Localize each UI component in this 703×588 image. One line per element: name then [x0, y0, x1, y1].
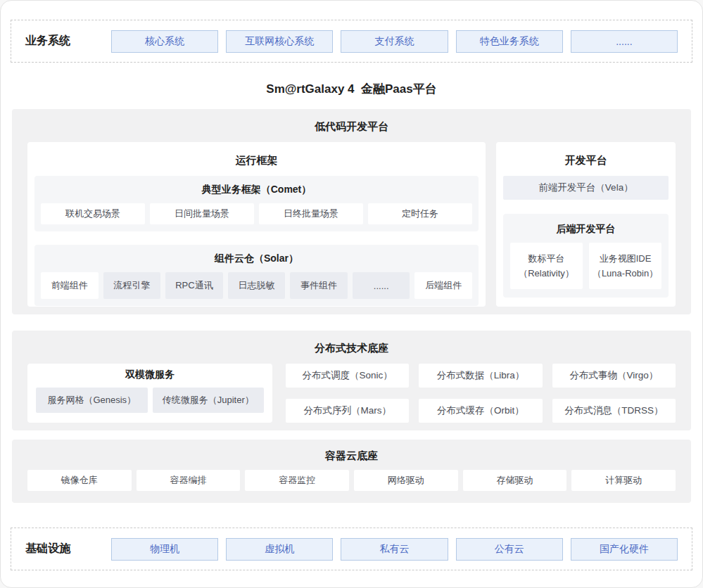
dual-mode-title: 双模微服务 [36, 369, 264, 381]
business-system-payment[interactable]: 支付系统 [341, 30, 448, 53]
compute-driver[interactable]: 计算驱动 [571, 470, 676, 491]
storage-driver[interactable]: 存储驱动 [463, 470, 567, 491]
luna-robin-business-view-ide[interactable]: 业务视图IDE （Luna-Robin） [589, 243, 661, 289]
diagram-frame: 业务系统 核心系统 互联网核心系统 支付系统 特色业务系统 ...... Sm@… [0, 0, 703, 588]
tdrss-distributed-message[interactable]: 分布式消息（TDRSS） [552, 399, 676, 423]
runtime-framework-title: 运行框架 [34, 154, 479, 167]
luna-robin-line1: 业务视图IDE [600, 251, 652, 266]
lowcode-title: 低代码开发平台 [27, 120, 676, 134]
solar-process-engine[interactable]: 流程引擎 [103, 272, 161, 299]
dual-mode-microservices-card: 双模微服务 服务网格（Genesis） 传统微服务（Jupiter） [27, 364, 272, 423]
dev-platform-card: 开发平台 前端开发平台（Vela） 后端开发平台 数标平台 （Relativit… [496, 142, 676, 307]
vela-frontend-dev-platform[interactable]: 前端开发平台（Vela） [503, 176, 669, 200]
comet-scheduled-task[interactable]: 定时任务 [368, 203, 472, 224]
solar-frontend-component[interactable]: 前端组件 [41, 272, 99, 299]
solar-event-component[interactable]: 事件组件 [290, 272, 348, 299]
libra-distributed-data[interactable]: 分布式数据（Libra） [419, 364, 542, 388]
container-monitoring[interactable]: 容器监控 [245, 470, 349, 491]
image-registry[interactable]: 镜像仓库 [27, 470, 132, 491]
dev-platform-title: 开发平台 [503, 154, 669, 167]
comet-endofday-batch[interactable]: 日终批量场景 [259, 203, 363, 224]
distributed-body: 双模微服务 服务网格（Genesis） 传统微服务（Jupiter） 分布式调度… [27, 364, 676, 423]
private-cloud[interactable]: 私有云 [341, 538, 448, 561]
comet-buttons: 联机交易场景 日间批量场景 日终批量场景 定时任务 [41, 203, 472, 224]
solar-card: 组件云仓（Solar） 前端组件 流程引擎 RPC通讯 日志脱敏 事件组件 ..… [34, 245, 479, 306]
solar-title: 组件云仓（Solar） [41, 253, 472, 265]
orbit-distributed-cache[interactable]: 分布式缓存（Orbit） [419, 399, 542, 423]
dual-mode-buttons: 服务网格（Genesis） 传统微服务（Jupiter） [36, 388, 264, 413]
distributed-title: 分布式技术底座 [27, 342, 676, 355]
mars-distributed-sequence[interactable]: 分布式序列（Mars） [286, 399, 409, 423]
network-driver[interactable]: 网络驱动 [354, 470, 458, 491]
business-system-core[interactable]: 核心系统 [111, 30, 218, 53]
public-cloud[interactable]: 公有云 [456, 538, 563, 561]
relativity-line1: 数标平台 [528, 251, 565, 266]
comet-card: 典型业务框架（Comet） 联机交易场景 日间批量场景 日终批量场景 定时任务 [34, 176, 479, 231]
top-spacer [1, 1, 702, 20]
container-orchestration[interactable]: 容器编排 [137, 470, 241, 491]
section-lowcode-platform: 低代码开发平台 运行框架 典型业务框架（Comet） 联机交易场景 日间批量场景… [12, 109, 691, 314]
genesis-service-mesh[interactable]: 服务网格（Genesis） [36, 388, 148, 413]
business-system-internet-core[interactable]: 互联网核心系统 [226, 30, 333, 53]
solar-buttons: 前端组件 流程引擎 RPC通讯 日志脱敏 事件组件 ...... 后端组件 [41, 272, 472, 299]
section-distributed-base: 分布式技术底座 双模微服务 服务网格（Genesis） 传统微服务（Jupite… [12, 331, 691, 430]
distributed-grid: 分布式调度（Sonic） 分布式数据（Libra） 分布式事物（Virgo） 分… [286, 364, 676, 423]
infrastructure-bar: 基础设施 物理机 虚拟机 私有云 公有云 国产化硬件 [11, 528, 692, 570]
physical-machine[interactable]: 物理机 [111, 538, 218, 561]
business-systems-label: 业务系统 [25, 34, 86, 49]
infrastructure-label: 基础设施 [25, 542, 86, 556]
comet-title: 典型业务框架（Comet） [41, 184, 472, 196]
solar-more[interactable]: ...... [353, 272, 410, 299]
domestic-hardware[interactable]: 国产化硬件 [571, 538, 678, 561]
container-title: 容器云底座 [27, 449, 676, 463]
lowcode-body: 运行框架 典型业务框架（Comet） 联机交易场景 日间批量场景 日终批量场景 … [27, 142, 676, 307]
backend-dev-buttons: 数标平台 （Relativity） 业务视图IDE （Luna-Robin） [510, 243, 661, 289]
solar-log-masking[interactable]: 日志脱敏 [228, 272, 286, 299]
virgo-distributed-transaction[interactable]: 分布式事物（Virgo） [552, 364, 676, 388]
relativity-data-platform[interactable]: 数标平台 （Relativity） [510, 243, 583, 289]
business-systems-bar: 业务系统 核心系统 互联网核心系统 支付系统 特色业务系统 ...... [11, 20, 692, 63]
comet-online-trading[interactable]: 联机交易场景 [41, 203, 145, 224]
page-title: Sm@rtGalaxy 4 金融Paas平台 [1, 81, 702, 97]
container-buttons: 镜像仓库 容器编排 容器监控 网络驱动 存储驱动 计算驱动 [27, 470, 676, 491]
infrastructure-buttons: 物理机 虚拟机 私有云 公有云 国产化硬件 [111, 538, 678, 561]
comet-daytime-batch[interactable]: 日间批量场景 [150, 203, 254, 224]
business-systems-buttons: 核心系统 互联网核心系统 支付系统 特色业务系统 ...... [111, 30, 678, 53]
runtime-framework-card: 运行框架 典型业务框架（Comet） 联机交易场景 日间批量场景 日终批量场景 … [27, 142, 486, 307]
business-system-special[interactable]: 特色业务系统 [456, 30, 563, 53]
relativity-line2: （Relativity） [519, 266, 574, 281]
business-system-more[interactable]: ...... [571, 30, 678, 53]
solar-backend-component[interactable]: 后端组件 [414, 272, 472, 299]
backend-dev-platform-card: 后端开发平台 数标平台 （Relativity） 业务视图IDE （Luna-R… [503, 214, 669, 298]
backend-dev-platform-title: 后端开发平台 [510, 223, 661, 236]
luna-robin-line2: （Luna-Robin） [593, 266, 658, 281]
virtual-machine[interactable]: 虚拟机 [226, 538, 333, 561]
section-container-cloud-base: 容器云底座 镜像仓库 容器编排 容器监控 网络驱动 存储驱动 计算驱动 [12, 440, 691, 503]
solar-rpc-comm[interactable]: RPC通讯 [165, 272, 223, 299]
sonic-distributed-scheduling[interactable]: 分布式调度（Sonic） [286, 364, 409, 388]
jupiter-traditional-microservices[interactable]: 传统微服务（Jupiter） [153, 388, 265, 413]
